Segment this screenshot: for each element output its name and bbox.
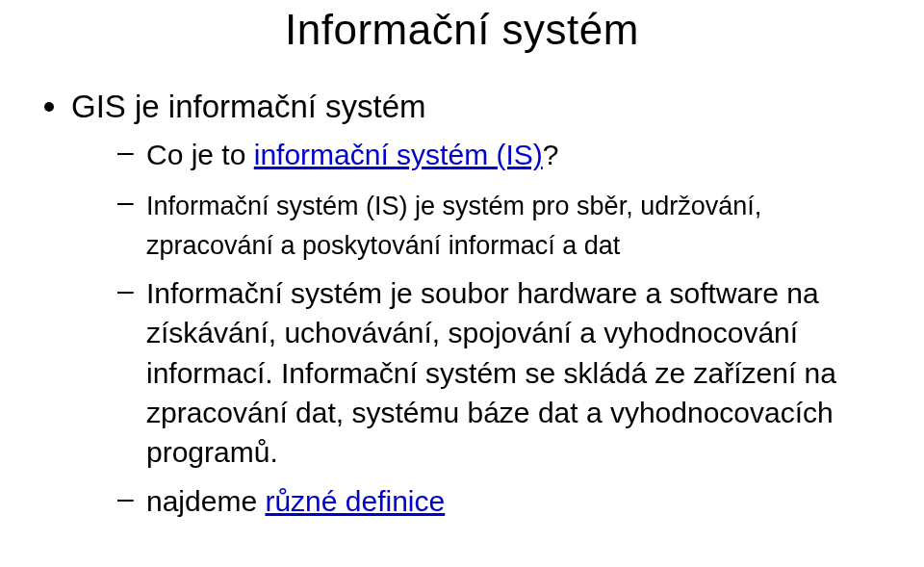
link-informacni-system[interactable]: informační systém (IS) (254, 139, 543, 170)
bullet-text: GIS je informační systém (71, 89, 426, 124)
slide: Informační systém GIS je informační syst… (0, 0, 924, 567)
bullet-text: najdeme různé definice (146, 485, 445, 517)
text-fragment: najdeme (146, 485, 265, 517)
slide-content: GIS je informační systém Co je to inform… (29, 87, 895, 521)
text-fragment: Co je to (146, 139, 254, 170)
list-item: najdeme různé definice (71, 480, 895, 520)
slide-title: Informační systém (285, 6, 639, 53)
bullet-text: Co je to informační systém (IS)? (146, 139, 558, 170)
bullet-text: Informační systém je soubor hardware a s… (146, 277, 836, 468)
bullet-text: Informační systém (IS) je systém pro sbě… (146, 192, 761, 260)
title-wrap: Informační systém (29, 0, 895, 54)
text-fragment: ? (543, 139, 559, 170)
bullet-list-level2: Co je to informační systém (IS)? Informa… (71, 134, 895, 520)
list-item: Co je to informační systém (IS)? (71, 134, 895, 173)
list-item: Informační systém (IS) je systém pro sbě… (71, 184, 895, 264)
link-ruzne-definice[interactable]: různé definice (265, 485, 445, 517)
list-item: Informační systém je soubor hardware a s… (71, 272, 895, 471)
bullet-list-level1: GIS je informační systém Co je to inform… (38, 87, 895, 521)
list-item: GIS je informační systém Co je to inform… (38, 87, 895, 521)
